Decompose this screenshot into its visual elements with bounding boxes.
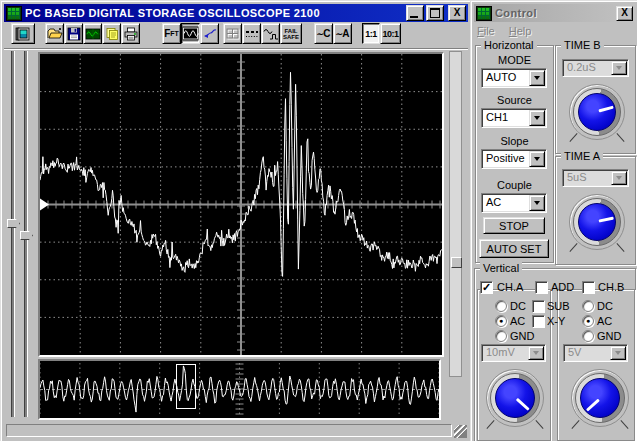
main-window: PC BASED DIGITAL STORAGE OSCILLOSCOPE 21… (0, 0, 472, 441)
fft-button[interactable]: FFT (162, 23, 181, 44)
main-titlebar[interactable]: PC BASED DIGITAL STORAGE OSCILLOSCOPE 21… (4, 4, 468, 22)
time-b-knob[interactable] (569, 84, 625, 140)
zoom-selection-box[interactable] (176, 364, 196, 409)
time-b-select[interactable]: 0.2uS (562, 59, 629, 77)
chb-volts-knob[interactable] (571, 369, 629, 427)
trigger-marker[interactable] (40, 199, 49, 211)
chb-dc-radio[interactable] (582, 300, 594, 312)
time-b-group-title: TIME B (561, 39, 604, 51)
cha-ac-label: AC (510, 315, 525, 327)
chb-ac-label: AC (597, 315, 612, 327)
exit-button[interactable] (11, 23, 35, 44)
open-button[interactable] (45, 23, 64, 44)
slope-select[interactable]: Positive (481, 149, 547, 169)
resize-grip[interactable] (454, 425, 467, 438)
sub-checkbox[interactable] (532, 300, 545, 313)
close-icon: X (454, 8, 461, 18)
time-a-knob[interactable] (569, 194, 625, 250)
chevron-down-icon (615, 351, 621, 358)
maximize-icon (430, 8, 440, 18)
close-button[interactable]: X (448, 5, 466, 21)
probe-10-1-button[interactable]: 10:1 (380, 23, 401, 44)
mode-select[interactable]: AUTO (481, 68, 547, 88)
chevron-down-icon (534, 76, 540, 83)
save-button[interactable] (64, 23, 83, 44)
main-window-title: PC BASED DIGITAL STORAGE OSCILLOSCOPE 21… (25, 7, 404, 19)
chevron-down-icon (534, 157, 540, 164)
cha-gnd-radio[interactable] (495, 330, 507, 342)
xy-checkbox[interactable] (532, 315, 545, 328)
fail-safe-button[interactable]: FAILSAFE (280, 23, 302, 44)
chb-gnd-radio[interactable] (582, 330, 594, 342)
chb-checkbox-label: CH.B (598, 281, 624, 293)
status-pane (6, 424, 452, 437)
knob-tick (616, 133, 624, 142)
control-window: Control X File Help Horizontal MODE AUTO… (470, 0, 637, 441)
chb-volts-select[interactable]: 5V (563, 344, 628, 362)
chb-checkbox[interactable] (582, 281, 595, 294)
time-a-group: TIME A 5uS (555, 156, 636, 265)
cha-dc-label: DC (510, 300, 526, 312)
control-close-button[interactable]: X (616, 6, 633, 21)
slider-thumb-a[interactable] (7, 219, 20, 228)
add-checkbox[interactable] (535, 281, 548, 294)
control-titlebar[interactable]: Control X (474, 4, 635, 22)
mode-value: AUTO (486, 71, 516, 83)
maximize-button[interactable] (426, 5, 444, 21)
print-button[interactable] (121, 23, 140, 44)
calibrate-a-button[interactable]: ∼A (333, 23, 352, 44)
cha-dc-radio[interactable] (495, 300, 507, 312)
calibrate-c-button[interactable]: ∼C (314, 23, 333, 44)
waveform-display-button[interactable] (181, 23, 200, 44)
stop-button[interactable]: STOP (483, 217, 545, 234)
interpolation-button[interactable] (261, 23, 280, 44)
trace-position-slider-a[interactable] (7, 51, 18, 417)
snapshot-button[interactable] (83, 23, 102, 44)
couple-label: Couple (476, 179, 553, 191)
dropdown-button[interactable] (529, 195, 545, 211)
slider-thumb-b[interactable] (20, 231, 33, 240)
auto-set-button[interactable]: AUTO SET (479, 239, 549, 258)
sub-checkbox-label: SUB (547, 300, 570, 312)
trace-position-slider-b[interactable] (20, 51, 31, 417)
couple-select[interactable]: AC (481, 193, 547, 213)
chevron-down-icon (533, 351, 539, 358)
cha-volts-select[interactable]: 10mV (481, 344, 546, 362)
grid-toggle-button[interactable] (223, 23, 242, 44)
trigger-level-thumb[interactable] (451, 257, 462, 268)
knob-tick (569, 243, 577, 252)
source-label: Source (476, 94, 553, 106)
chevron-down-icon (534, 201, 540, 208)
cha-gnd-label: GND (510, 330, 534, 342)
dropdown-button[interactable] (529, 151, 545, 167)
chb-ac-radio[interactable]: ● (582, 315, 594, 327)
recall-waveform-button[interactable] (200, 23, 219, 44)
probe-1-1-button[interactable]: 1:1 (362, 23, 380, 44)
vertical-group-title: Vertical (480, 262, 522, 274)
slope-label: Slope (476, 135, 553, 147)
horizontal-group: Horizontal MODE AUTO Source CH1 Slope Po… (475, 45, 554, 263)
toolbar: FFTFAILSAFE∼C∼A1:110:1 (4, 23, 468, 49)
chb-dc-label: DC (597, 300, 613, 312)
chevron-down-icon (616, 176, 622, 183)
dropdown-button (528, 346, 544, 360)
dropdown-button (611, 171, 627, 185)
dropdown-button (611, 61, 627, 75)
cha-checkbox[interactable]: ✓ (480, 281, 493, 294)
dotted-grid-button[interactable] (242, 23, 261, 44)
cha-volts-knob[interactable] (486, 369, 544, 427)
source-select[interactable]: CH1 (481, 108, 547, 128)
copy-button[interactable] (102, 23, 121, 44)
minimize-button[interactable] (406, 5, 424, 21)
trigger-level-slider[interactable] (449, 51, 462, 377)
dropdown-button[interactable] (529, 70, 545, 86)
cha-volts-value: 10mV (486, 346, 515, 358)
status-bar (4, 422, 468, 439)
time-a-select[interactable]: 5uS (562, 169, 629, 187)
mode-label: MODE (476, 54, 553, 66)
time-b-group: TIME B 0.2uS (555, 45, 636, 154)
cha-ac-radio[interactable]: ● (495, 315, 507, 327)
dropdown-button[interactable] (529, 110, 545, 126)
close-icon: X (621, 8, 628, 18)
control-window-title: Control (495, 7, 614, 19)
